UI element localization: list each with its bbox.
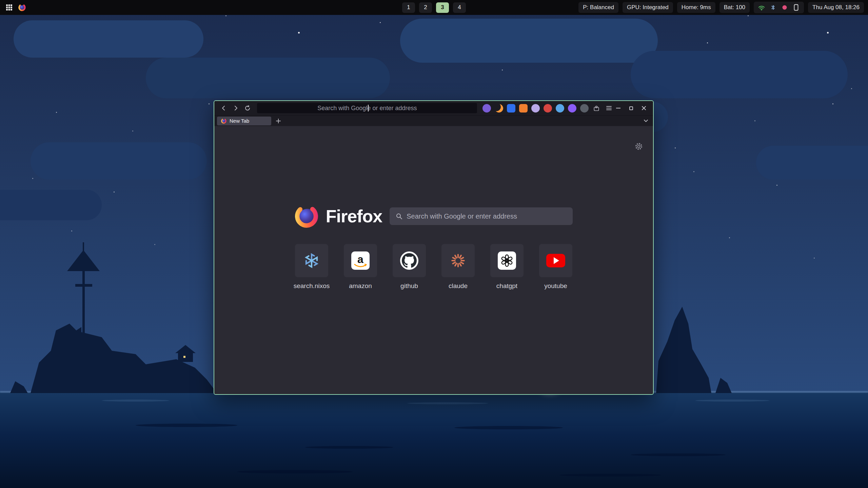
shortcut-label: youtube: [544, 282, 567, 290]
firefox-launcher-icon[interactable]: [18, 4, 26, 11]
shortcut-label: chatgpt: [496, 282, 517, 290]
url-input[interactable]: [257, 103, 477, 113]
device-icon[interactable]: [792, 4, 800, 11]
chatgpt-knot-icon: [498, 251, 516, 270]
workspace-switcher: 1 2 3 4: [402, 2, 466, 13]
app-launcher-grid-icon[interactable]: [5, 4, 13, 11]
gpu-status: GPU: Integrated: [623, 2, 673, 13]
network-latency-status: Home: 9ms: [677, 2, 715, 13]
shortcut-github[interactable]: github: [393, 244, 426, 290]
extension-icon[interactable]: [482, 104, 491, 113]
wifi-icon[interactable]: [758, 4, 765, 11]
notification-dot-icon[interactable]: [781, 4, 788, 11]
firefox-hero: Firefox: [214, 204, 653, 228]
desktop: 1 2 3 4 P: Balanced GPU: Integrated Home…: [0, 0, 868, 488]
extension-icon[interactable]: [507, 104, 515, 113]
workspace-4[interactable]: 4: [453, 2, 466, 13]
new-tab-page: Firefox: [214, 126, 653, 394]
shortcut-youtube[interactable]: youtube: [539, 244, 572, 290]
close-button[interactable]: [639, 104, 648, 113]
personalize-gear-icon[interactable]: [634, 142, 644, 151]
maximize-button[interactable]: [627, 104, 635, 113]
back-button[interactable]: [219, 103, 229, 113]
firefox-tab-icon: [221, 118, 226, 124]
newtab-search-bar[interactable]: [390, 207, 573, 225]
reload-button[interactable]: [243, 103, 253, 113]
cloud: [756, 146, 868, 180]
battery-status: Bat: 100: [719, 2, 750, 13]
nixos-snowflake-icon: [303, 252, 320, 269]
github-octocat-icon: [400, 251, 418, 270]
shortcut-search-nixos[interactable]: search.nixos: [295, 244, 328, 290]
shortcut-label: claude: [449, 282, 468, 290]
url-bar[interactable]: [257, 103, 477, 113]
list-all-tabs-chevron-icon[interactable]: [642, 117, 650, 125]
power-profile-status: P: Balanced: [578, 2, 618, 13]
firefox-wordmark: Firefox: [326, 206, 382, 226]
extension-icon[interactable]: [519, 104, 528, 113]
search-icon: [396, 213, 402, 220]
firefox-window: New Tab: [214, 100, 654, 395]
new-tab-button[interactable]: [274, 117, 283, 125]
browser-toolbar: [214, 101, 653, 115]
shortcut-label: github: [400, 282, 418, 290]
tab-new-tab[interactable]: New Tab: [217, 117, 271, 125]
status-bar: 1 2 3 4 P: Balanced GPU: Integrated Home…: [0, 0, 868, 15]
amazon-icon: a: [351, 251, 370, 270]
newtab-search-input[interactable]: [407, 212, 567, 220]
extensions-puzzle-icon[interactable]: [591, 103, 601, 113]
forward-button[interactable]: [231, 103, 241, 113]
shortcut-amazon[interactable]: a amazon: [344, 244, 377, 290]
firefox-logo: [295, 204, 318, 228]
extension-icon[interactable]: [531, 104, 540, 113]
tab-bar: New Tab: [214, 115, 653, 126]
cloud: [14, 20, 203, 58]
tab-title: New Tab: [230, 118, 249, 124]
workspace-2[interactable]: 2: [419, 2, 432, 13]
system-tray: [754, 2, 804, 13]
shortcut-label: search.nixos: [294, 282, 330, 290]
cloud: [631, 51, 848, 98]
extension-buttons: [482, 104, 589, 113]
cloud: [0, 190, 102, 220]
shortcut-chatgpt[interactable]: chatgpt: [490, 244, 524, 290]
bluetooth-icon[interactable]: [769, 4, 777, 11]
cloud: [400, 19, 658, 63]
shortcut-claude[interactable]: claude: [441, 244, 475, 290]
claude-starburst-icon: [450, 253, 466, 268]
amazon-letter: a: [357, 255, 363, 264]
extension-icon[interactable]: [580, 104, 589, 113]
menu-hamburger-icon[interactable]: [604, 103, 614, 113]
shortcut-tiles: search.nixos a amazon: [214, 244, 653, 290]
shortcut-label: amazon: [349, 282, 372, 290]
youtube-play-icon: [546, 254, 565, 267]
cloud: [31, 142, 207, 180]
clock: Thu Aug 08, 18:26: [808, 2, 864, 13]
extension-icon[interactable]: [556, 104, 564, 113]
extension-icon[interactable]: [568, 104, 576, 113]
extension-icon[interactable]: [544, 104, 552, 113]
workspace-1[interactable]: 1: [402, 2, 415, 13]
extension-icon[interactable]: [495, 104, 503, 113]
text-caret: [368, 105, 369, 111]
wallpaper-sea: [0, 392, 868, 488]
minimize-button[interactable]: [614, 104, 623, 113]
cloud: [146, 58, 390, 98]
workspace-3[interactable]: 3: [436, 2, 449, 13]
